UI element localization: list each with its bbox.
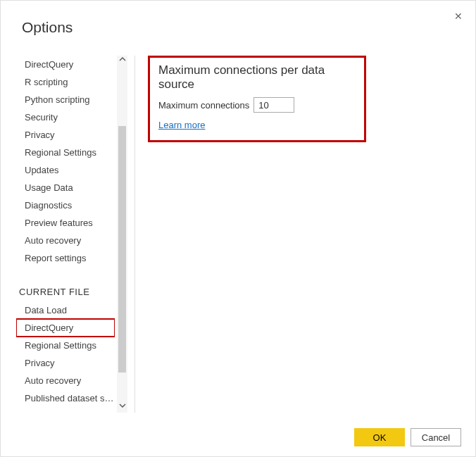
sidebar-item-privacy-global[interactable]: Privacy (16, 126, 115, 144)
panel-heading: Maximum connections per data source (158, 63, 356, 92)
vertical-divider (134, 56, 135, 413)
sidebar-section-header: CURRENT FILE (16, 267, 115, 301)
close-button[interactable]: ✕ (451, 8, 465, 25)
sidebar-scrollbar[interactable] (117, 56, 127, 413)
sidebar: DirectQuery R scripting Python scripting… (16, 56, 115, 413)
sidebar-item-directquery-global[interactable]: DirectQuery (16, 56, 115, 73)
content-area: Maximum connections per data source Maxi… (148, 56, 461, 413)
dialog-title: Options (1, 1, 475, 36)
main-area: DirectQuery R scripting Python scripting… (16, 56, 461, 413)
sidebar-item-regional-settings-current[interactable]: Regional Settings (16, 337, 115, 354)
sidebar-item-directquery-current[interactable]: DirectQuery (16, 319, 115, 337)
sidebar-item-updates[interactable]: Updates (16, 161, 115, 179)
scrollbar-thumb[interactable] (118, 126, 126, 373)
cancel-button[interactable]: Cancel (411, 428, 461, 446)
scroll-up-icon[interactable] (117, 56, 127, 66)
sidebar-item-preview-features[interactable]: Preview features (16, 214, 115, 232)
directquery-settings-panel: Maximum connections per data source Maxi… (148, 56, 366, 142)
sidebar-item-privacy-current[interactable]: Privacy (16, 354, 115, 372)
sidebar-container: DirectQuery R scripting Python scripting… (16, 56, 127, 413)
sidebar-item-usage-data[interactable]: Usage Data (16, 179, 115, 196)
sidebar-item-data-load[interactable]: Data Load (16, 301, 115, 319)
learn-more-link[interactable]: Learn more (158, 120, 205, 130)
sidebar-item-security[interactable]: Security (16, 108, 115, 126)
max-connections-input[interactable] (253, 97, 294, 113)
sidebar-item-r-scripting[interactable]: R scripting (16, 73, 115, 91)
dialog-button-bar: OK Cancel (354, 428, 461, 446)
sidebar-item-auto-recovery-global[interactable]: Auto recovery (16, 232, 115, 249)
sidebar-item-auto-recovery-current[interactable]: Auto recovery (16, 372, 115, 389)
sidebar-item-python-scripting[interactable]: Python scripting (16, 91, 115, 108)
ok-button[interactable]: OK (354, 428, 405, 446)
sidebar-item-diagnostics[interactable]: Diagnostics (16, 196, 115, 214)
sidebar-item-regional-settings-global[interactable]: Regional Settings (16, 144, 115, 161)
max-connections-label: Maximum connections (158, 100, 249, 111)
close-icon: ✕ (454, 11, 463, 22)
sidebar-item-published-dataset[interactable]: Published dataset set... (16, 389, 115, 407)
scroll-down-icon[interactable] (117, 402, 127, 413)
sidebar-item-report-settings[interactable]: Report settings (16, 249, 115, 267)
sidebar-item-query-reduction[interactable]: Query reduction (16, 407, 115, 413)
max-connections-row: Maximum connections (158, 97, 356, 113)
